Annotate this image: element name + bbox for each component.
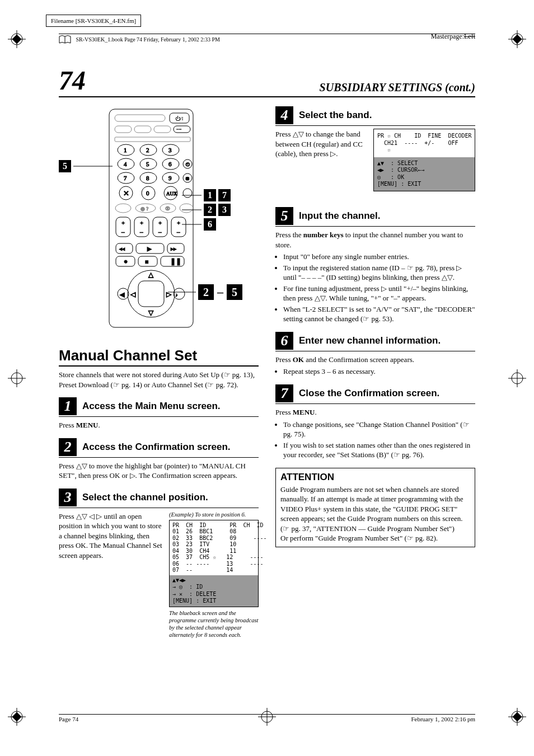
key-name: number keys [303,231,344,239]
list-item: To input the registered station name (ID… [283,263,475,283]
svg-text:■: ■ [145,259,148,265]
svg-text:6: 6 [168,161,172,167]
callout-num: 1 [204,189,216,201]
step-number: 7 [275,384,293,402]
svg-text:❚❚: ❚❚ [170,257,181,265]
svg-rect-31 [134,126,151,133]
crop-mark-icon [8,369,26,387]
step-3: 3 Select the channel position. Press △▽ … [59,489,259,639]
topic-heading: Manual Channel Set [59,347,259,367]
step-text: Press [275,355,293,364]
svg-rect-30 [115,126,132,133]
step-body: Press MENU. To change positions, see "Ch… [275,407,475,460]
list-item: For fine tuning adjustment, press ▷ unti… [283,284,475,303]
remote-control-diagram: ⏻/I ••• 1 2 3 4 5 6 [59,106,259,341]
step-text: Press [275,408,293,416]
svg-text:◀: ◀ [120,291,125,298]
step-6: 6 Enter new channel information. Press O… [275,332,475,377]
svg-text:+: + [177,219,180,226]
step-body: Press MENU. [59,420,259,430]
remote-callout-left: 5 [59,160,113,172]
svg-rect-3 [12,35,22,44]
svg-text:⏲: ⏲ [185,162,190,167]
attention-box: ATTENTION Guide Program numbers are not … [275,468,475,547]
callout-sep: – [217,285,223,299]
svg-text:+: + [121,219,125,226]
remote-callout-r1: 1 7 [202,189,231,201]
svg-text:✕: ✕ [123,189,129,198]
callout-num: 3 [218,204,231,216]
leader-line-icon [182,209,202,210]
osd-screen-diagram: PR ☆ CH ID FINE DECODER CH21 ---- +/- OF… [373,129,475,191]
list-item: Repeat steps 3 – 6 as necessary. [283,367,475,377]
svg-text:⏻/I: ⏻/I [175,116,184,121]
svg-text:◉ ?: ◉ ? [140,206,148,212]
leader-line-icon [168,292,196,293]
list-item: Input "0" before any single number entri… [283,252,475,262]
crop-mark-icon [8,708,26,726]
leader-line-icon [73,166,113,167]
svg-text:AUX: AUX [166,191,177,196]
key-name: MENU [293,408,315,416]
step-number: 1 [59,397,77,415]
svg-text:–: – [158,228,162,235]
book-metadata-line: SR-VS30EK_1.book Page 74 Friday, Februar… [59,34,475,45]
osd-bottom: ▲▼◀▶ → ◎ : ID → ✕ : DELETE [MENU] : EXIT [170,575,258,607]
section-title: SUBSIDIARY SETTINGS (cont.) [320,81,475,94]
svg-rect-96 [138,281,164,307]
callout-num: 5 [59,160,71,172]
step-title: Enter new channel information. [299,335,441,346]
svg-text:+: + [140,219,143,226]
step-text: Press the [275,231,303,239]
svg-rect-21 [513,712,522,722]
svg-text:+: + [158,219,162,226]
list-item: To change positions, see "Change Station… [283,420,475,439]
svg-text:⏺: ⏺ [185,176,190,181]
step-number: 4 [275,106,293,124]
footer: Page 74 February 1, 2002 2:16 pm [59,714,475,722]
step-title: Select the band. [299,110,372,121]
remote-callout-r4: 2 – 5 [196,284,242,300]
svg-rect-35 [115,137,190,142]
svg-text:4: 4 [124,161,127,167]
leader-line-icon [182,195,202,196]
svg-text:0: 0 [146,190,149,196]
step-body: Press △▽ to change the band between CH (… [275,129,365,159]
callout-num: 2 [198,284,214,300]
book-icon [59,35,71,45]
footer-right: February 1, 2002 2:16 pm [411,716,475,722]
step-7: 7 Close the Confirmation screen. Press M… [275,384,475,460]
svg-text:–: – [176,228,180,235]
svg-point-65 [115,204,131,213]
svg-text:●: ● [124,257,128,265]
svg-text:▽: ▽ [148,309,154,317]
svg-text:9: 9 [168,175,172,181]
step-2: 2 Access the Confirmation screen. Press … [59,438,259,481]
svg-rect-17 [12,712,22,722]
svg-point-70 [180,204,193,213]
svg-text:◁: ◁ [130,290,136,298]
step-number: 5 [275,207,293,225]
svg-text:⦿: ⦿ [165,206,170,212]
svg-text:▸▸: ▸▸ [171,246,176,252]
osd-screen-diagram: PR CH ID PR CH ID 01 26 BBC1 08 02 33 BB… [169,520,259,607]
crop-mark-icon [508,369,526,387]
callout-num: 6 [204,218,216,231]
remote-control-icon: ⏻/I ••• 1 2 3 4 5 6 [104,106,199,330]
step-4: 4 Select the band. Press △▽ to change th… [275,106,475,190]
step-number: 3 [59,489,77,506]
callout-num: 5 [227,284,242,300]
step-title: Access the Main Menu screen. [82,401,221,412]
svg-text:•••: ••• [176,126,181,132]
svg-text:▶: ▶ [147,246,152,252]
bookline-text: SR-VS30EK_1.book Page 74 Friday, Februar… [76,36,220,43]
svg-text:7: 7 [124,175,127,181]
svg-point-64 [183,189,192,198]
step-body: Press △▽ ◁ ▷ until an open position in w… [59,511,163,639]
svg-text:–: – [139,228,143,235]
footer-left: Page 74 [59,716,78,722]
step-title: Input the channel. [299,210,380,222]
svg-text:△: △ [148,271,154,279]
svg-rect-27 [115,115,165,121]
remote-callout-r3: 6 [202,218,216,231]
